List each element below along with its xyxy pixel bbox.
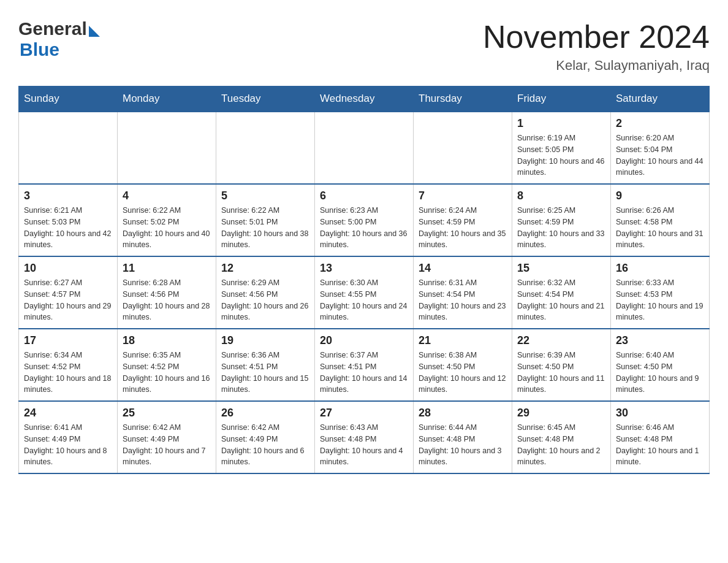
day-info: Sunrise: 6:43 AMSunset: 4:48 PMDaylight:… bbox=[320, 422, 408, 468]
day-info: Sunrise: 6:25 AMSunset: 4:59 PMDaylight:… bbox=[517, 205, 605, 251]
day-info: Sunrise: 6:34 AMSunset: 4:52 PMDaylight:… bbox=[24, 350, 112, 396]
calendar-week-5: 24Sunrise: 6:41 AMSunset: 4:49 PMDayligh… bbox=[19, 401, 710, 473]
day-number: 13 bbox=[320, 262, 408, 275]
table-row: 17Sunrise: 6:34 AMSunset: 4:52 PMDayligh… bbox=[19, 329, 118, 401]
table-row: 24Sunrise: 6:41 AMSunset: 4:49 PMDayligh… bbox=[19, 401, 118, 473]
table-row: 30Sunrise: 6:46 AMSunset: 4:48 PMDayligh… bbox=[611, 401, 710, 473]
table-row: 13Sunrise: 6:30 AMSunset: 4:55 PMDayligh… bbox=[315, 256, 414, 329]
weekday-header-sunday: Sunday bbox=[19, 86, 118, 112]
calendar-week-4: 17Sunrise: 6:34 AMSunset: 4:52 PMDayligh… bbox=[19, 329, 710, 401]
month-title: November 2024 bbox=[483, 18, 710, 55]
table-row: 21Sunrise: 6:38 AMSunset: 4:50 PMDayligh… bbox=[414, 329, 512, 401]
table-row: 4Sunrise: 6:22 AMSunset: 5:02 PMDaylight… bbox=[118, 184, 216, 256]
calendar-week-1: 1Sunrise: 6:19 AMSunset: 5:05 PMDaylight… bbox=[19, 112, 710, 184]
weekday-header-friday: Friday bbox=[512, 86, 611, 112]
day-info: Sunrise: 6:26 AMSunset: 4:58 PMDaylight:… bbox=[616, 205, 704, 251]
day-number: 16 bbox=[616, 262, 704, 275]
day-info: Sunrise: 6:19 AMSunset: 5:05 PMDaylight:… bbox=[517, 132, 605, 178]
day-info: Sunrise: 6:32 AMSunset: 4:54 PMDaylight:… bbox=[517, 277, 605, 323]
day-info: Sunrise: 6:29 AMSunset: 4:56 PMDaylight:… bbox=[221, 277, 309, 323]
day-info: Sunrise: 6:23 AMSunset: 5:00 PMDaylight:… bbox=[320, 205, 408, 251]
day-number: 3 bbox=[24, 190, 112, 202]
day-info: Sunrise: 6:41 AMSunset: 4:49 PMDaylight:… bbox=[24, 422, 112, 468]
day-info: Sunrise: 6:20 AMSunset: 5:04 PMDaylight:… bbox=[616, 132, 704, 178]
table-row: 25Sunrise: 6:42 AMSunset: 4:49 PMDayligh… bbox=[118, 401, 216, 473]
day-info: Sunrise: 6:22 AMSunset: 5:01 PMDaylight:… bbox=[221, 205, 309, 251]
table-row: 14Sunrise: 6:31 AMSunset: 4:54 PMDayligh… bbox=[414, 256, 512, 329]
day-info: Sunrise: 6:37 AMSunset: 4:51 PMDaylight:… bbox=[320, 350, 408, 396]
table-row: 7Sunrise: 6:24 AMSunset: 4:59 PMDaylight… bbox=[414, 184, 512, 256]
logo-general-text: General bbox=[18, 18, 87, 39]
day-info: Sunrise: 6:27 AMSunset: 4:57 PMDaylight:… bbox=[24, 277, 112, 323]
day-info: Sunrise: 6:21 AMSunset: 5:03 PMDaylight:… bbox=[24, 205, 112, 251]
table-row: 28Sunrise: 6:44 AMSunset: 4:48 PMDayligh… bbox=[414, 401, 512, 473]
table-row: 22Sunrise: 6:39 AMSunset: 4:50 PMDayligh… bbox=[512, 329, 611, 401]
table-row: 12Sunrise: 6:29 AMSunset: 4:56 PMDayligh… bbox=[216, 256, 315, 329]
table-row: 8Sunrise: 6:25 AMSunset: 4:59 PMDaylight… bbox=[512, 184, 611, 256]
table-row: 2Sunrise: 6:20 AMSunset: 5:04 PMDaylight… bbox=[611, 112, 710, 184]
table-row: 23Sunrise: 6:40 AMSunset: 4:50 PMDayligh… bbox=[611, 329, 710, 401]
day-number: 10 bbox=[24, 262, 112, 275]
table-row bbox=[414, 112, 512, 184]
day-number: 11 bbox=[123, 262, 211, 275]
day-info: Sunrise: 6:30 AMSunset: 4:55 PMDaylight:… bbox=[320, 277, 408, 323]
calendar-week-2: 3Sunrise: 6:21 AMSunset: 5:03 PMDaylight… bbox=[19, 184, 710, 256]
day-info: Sunrise: 6:39 AMSunset: 4:50 PMDaylight:… bbox=[517, 350, 605, 396]
table-row: 26Sunrise: 6:42 AMSunset: 4:49 PMDayligh… bbox=[216, 401, 315, 473]
table-row: 1Sunrise: 6:19 AMSunset: 5:05 PMDaylight… bbox=[512, 112, 611, 184]
table-row: 27Sunrise: 6:43 AMSunset: 4:48 PMDayligh… bbox=[315, 401, 414, 473]
table-row: 9Sunrise: 6:26 AMSunset: 4:58 PMDaylight… bbox=[611, 184, 710, 256]
page-header: General Blue November 2024 Kelar, Sulaym… bbox=[18, 18, 710, 74]
day-info: Sunrise: 6:33 AMSunset: 4:53 PMDaylight:… bbox=[616, 277, 704, 323]
day-number: 29 bbox=[517, 407, 605, 419]
day-number: 17 bbox=[24, 334, 112, 347]
day-info: Sunrise: 6:45 AMSunset: 4:48 PMDaylight:… bbox=[517, 422, 605, 468]
table-row: 18Sunrise: 6:35 AMSunset: 4:52 PMDayligh… bbox=[118, 329, 216, 401]
day-number: 12 bbox=[221, 262, 309, 275]
day-info: Sunrise: 6:24 AMSunset: 4:59 PMDaylight:… bbox=[419, 205, 507, 251]
day-number: 23 bbox=[616, 334, 704, 347]
day-info: Sunrise: 6:46 AMSunset: 4:48 PMDaylight:… bbox=[616, 422, 704, 468]
weekday-header-saturday: Saturday bbox=[611, 86, 710, 112]
day-info: Sunrise: 6:36 AMSunset: 4:51 PMDaylight:… bbox=[221, 350, 309, 396]
table-row: 29Sunrise: 6:45 AMSunset: 4:48 PMDayligh… bbox=[512, 401, 611, 473]
day-number: 8 bbox=[517, 190, 605, 202]
day-number: 18 bbox=[123, 334, 211, 347]
day-number: 20 bbox=[320, 334, 408, 347]
logo-arrow-icon bbox=[89, 26, 100, 37]
day-number: 22 bbox=[517, 334, 605, 347]
location-subtitle: Kelar, Sulaymaniyah, Iraq bbox=[483, 58, 710, 74]
table-row: 15Sunrise: 6:32 AMSunset: 4:54 PMDayligh… bbox=[512, 256, 611, 329]
day-number: 6 bbox=[320, 190, 408, 202]
table-row: 11Sunrise: 6:28 AMSunset: 4:56 PMDayligh… bbox=[118, 256, 216, 329]
weekday-header-row: SundayMondayTuesdayWednesdayThursdayFrid… bbox=[19, 86, 710, 112]
weekday-header-thursday: Thursday bbox=[414, 86, 512, 112]
day-info: Sunrise: 6:35 AMSunset: 4:52 PMDaylight:… bbox=[123, 350, 211, 396]
day-info: Sunrise: 6:22 AMSunset: 5:02 PMDaylight:… bbox=[123, 205, 211, 251]
day-number: 25 bbox=[123, 407, 211, 419]
day-info: Sunrise: 6:31 AMSunset: 4:54 PMDaylight:… bbox=[419, 277, 507, 323]
day-number: 4 bbox=[123, 190, 211, 202]
day-number: 5 bbox=[221, 190, 309, 202]
weekday-header-wednesday: Wednesday bbox=[315, 86, 414, 112]
day-number: 30 bbox=[616, 407, 704, 419]
day-info: Sunrise: 6:40 AMSunset: 4:50 PMDaylight:… bbox=[616, 350, 704, 396]
day-number: 19 bbox=[221, 334, 309, 347]
logo-blue-text: Blue bbox=[20, 39, 59, 59]
table-row bbox=[315, 112, 414, 184]
table-row bbox=[216, 112, 315, 184]
weekday-header-tuesday: Tuesday bbox=[216, 86, 315, 112]
day-number: 15 bbox=[517, 262, 605, 275]
day-number: 28 bbox=[419, 407, 507, 419]
day-info: Sunrise: 6:42 AMSunset: 4:49 PMDaylight:… bbox=[221, 422, 309, 468]
day-number: 14 bbox=[419, 262, 507, 275]
day-number: 24 bbox=[24, 407, 112, 419]
day-number: 1 bbox=[517, 117, 605, 130]
day-info: Sunrise: 6:42 AMSunset: 4:49 PMDaylight:… bbox=[123, 422, 211, 468]
day-info: Sunrise: 6:44 AMSunset: 4:48 PMDaylight:… bbox=[419, 422, 507, 468]
table-row: 19Sunrise: 6:36 AMSunset: 4:51 PMDayligh… bbox=[216, 329, 315, 401]
table-row: 6Sunrise: 6:23 AMSunset: 5:00 PMDaylight… bbox=[315, 184, 414, 256]
day-info: Sunrise: 6:38 AMSunset: 4:50 PMDaylight:… bbox=[419, 350, 507, 396]
day-number: 21 bbox=[419, 334, 507, 347]
day-number: 26 bbox=[221, 407, 309, 419]
